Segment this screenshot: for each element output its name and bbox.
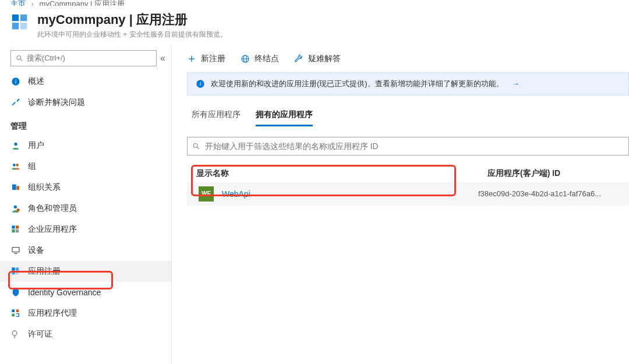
globe-icon bbox=[241, 54, 250, 63]
column-client-id[interactable]: 应用程序(客户端) ID bbox=[487, 168, 629, 179]
nav-label: 应用程序代理 bbox=[28, 308, 77, 319]
svg-rect-27 bbox=[12, 313, 15, 316]
breadcrumb-current: myCommpany | 应用注册 bbox=[40, 0, 125, 6]
nav-overview[interactable]: i 概述 bbox=[0, 71, 171, 92]
diagnose-icon bbox=[10, 97, 21, 108]
nav-org-relationships[interactable]: 组织关系 bbox=[0, 177, 171, 198]
nav-licenses[interactable]: 许可证 bbox=[0, 324, 171, 345]
cell-client-id: f38ec09d-203e-4b2d-a1c1-faf76a6... bbox=[478, 189, 629, 198]
nav-label: 许可证 bbox=[28, 329, 52, 340]
nav-app-proxy[interactable]: 应用程序代理 bbox=[0, 303, 171, 324]
toolbar-label: 终结点 bbox=[255, 54, 279, 64]
nav-enterprise-apps[interactable]: 企业应用程序 bbox=[0, 219, 171, 240]
svg-rect-18 bbox=[16, 229, 19, 232]
enterprise-apps-icon bbox=[10, 224, 21, 235]
column-display-name[interactable]: 显示名称 bbox=[196, 168, 487, 179]
svg-line-37 bbox=[197, 147, 199, 149]
svg-point-8 bbox=[14, 142, 17, 145]
nav-roles-admins[interactable]: 角色和管理员 bbox=[0, 198, 171, 219]
svg-text:i: i bbox=[200, 81, 202, 87]
svg-rect-22 bbox=[16, 267, 19, 270]
content-pane: 新注册 终结点 疑难解答 i 欢迎使用新的和改进的应用注册(现已正式提供)。查看… bbox=[172, 45, 629, 364]
svg-rect-2 bbox=[12, 23, 19, 29]
toolbar: 新注册 终结点 疑难解答 bbox=[187, 54, 629, 72]
page-header: myCommpany | 应用注册 此环境中可用的企业移动性 + 安全性服务目前… bbox=[0, 6, 629, 45]
nav-label: Identity Governance bbox=[28, 288, 101, 297]
svg-rect-26 bbox=[16, 309, 19, 312]
banner-text: 欢迎使用新的和改进的应用注册(现已正式提供)。查看新增功能并详细了解更新的功能。 bbox=[211, 79, 504, 89]
toolbar-label: 新注册 bbox=[201, 54, 225, 64]
nav-app-registrations[interactable]: 应用注册 bbox=[0, 261, 171, 282]
app-proxy-icon bbox=[10, 308, 21, 319]
nav-devices[interactable]: 设备 bbox=[0, 240, 171, 261]
svg-point-9 bbox=[13, 164, 16, 167]
svg-point-13 bbox=[14, 205, 17, 208]
nav-label: 应用注册 bbox=[28, 266, 61, 277]
column-headers: 显示名称 应用程序(客户端) ID bbox=[187, 168, 629, 179]
tab-all-apps[interactable]: 所有应用程序 bbox=[192, 105, 241, 126]
svg-rect-25 bbox=[12, 309, 15, 312]
troubleshoot-button[interactable]: 疑难解答 bbox=[294, 54, 341, 64]
search-icon bbox=[16, 54, 23, 62]
app-name-link[interactable]: WebApi bbox=[222, 189, 250, 199]
chevron-right-icon: › bbox=[31, 0, 34, 6]
nav-label: 诊断并解决问题 bbox=[28, 97, 85, 108]
nav-diagnose[interactable]: 诊断并解决问题 bbox=[0, 92, 171, 113]
svg-point-36 bbox=[193, 143, 197, 147]
sidebar-search[interactable] bbox=[10, 50, 157, 66]
svg-text:i: i bbox=[15, 79, 17, 84]
page-subtitle: 此环境中可用的企业移动性 + 安全性服务目前提供有限预览。 bbox=[37, 30, 227, 40]
cell-display-name: WE WebApi bbox=[187, 186, 478, 202]
nav-label: 组 bbox=[28, 161, 36, 172]
devices-icon bbox=[10, 245, 21, 256]
breadcrumb-root[interactable]: 主页 bbox=[10, 0, 26, 6]
new-registration-button[interactable]: 新注册 bbox=[187, 54, 225, 64]
svg-point-10 bbox=[16, 164, 19, 167]
info-icon: i bbox=[196, 79, 205, 89]
filter-input[interactable] bbox=[205, 142, 624, 151]
svg-rect-11 bbox=[12, 184, 16, 189]
idgov-icon bbox=[10, 287, 21, 298]
sidebar-search-input[interactable] bbox=[27, 54, 151, 62]
breadcrumb: 主页 › myCommpany | 应用注册 bbox=[0, 0, 629, 6]
tabs: 所有应用程序 拥有的应用程序 bbox=[187, 105, 629, 126]
search-icon bbox=[192, 142, 200, 150]
svg-rect-17 bbox=[12, 229, 15, 232]
user-icon bbox=[10, 140, 21, 151]
app-avatar: WE bbox=[199, 186, 214, 202]
plus-icon bbox=[187, 54, 196, 63]
endpoints-button[interactable]: 终结点 bbox=[241, 54, 279, 64]
svg-point-14 bbox=[16, 208, 19, 211]
svg-rect-16 bbox=[16, 225, 19, 228]
toolbar-label: 疑难解答 bbox=[308, 54, 341, 64]
svg-rect-12 bbox=[16, 186, 19, 190]
nav-label: 组织关系 bbox=[28, 182, 61, 193]
tab-owned-apps[interactable]: 拥有的应用程序 bbox=[256, 105, 313, 126]
nav-groups[interactable]: 组 bbox=[0, 156, 171, 177]
collapse-sidebar-icon[interactable]: « bbox=[160, 53, 165, 63]
nav-identity-governance[interactable]: Identity Governance bbox=[0, 282, 171, 303]
info-banner: i 欢迎使用新的和改进的应用注册(现已正式提供)。查看新增功能并详细了解更新的功… bbox=[187, 72, 629, 96]
table-row[interactable]: WE WebApi f38ec09d-203e-4b2d-a1c1-faf76a… bbox=[187, 182, 629, 206]
svg-point-4 bbox=[17, 55, 20, 59]
svg-rect-21 bbox=[12, 267, 15, 270]
nav-label: 设备 bbox=[28, 245, 44, 256]
svg-point-28 bbox=[12, 331, 17, 335]
info-icon: i bbox=[10, 76, 21, 87]
banner-learn-more-arrow[interactable]: → bbox=[512, 79, 520, 88]
svg-rect-3 bbox=[20, 23, 27, 29]
svg-rect-24 bbox=[16, 271, 19, 274]
nav-users[interactable]: 用户 bbox=[0, 135, 171, 156]
svg-rect-1 bbox=[20, 15, 27, 21]
nav-label: 概述 bbox=[28, 76, 44, 87]
svg-rect-15 bbox=[12, 225, 15, 228]
orgrel-icon bbox=[10, 182, 21, 193]
nav-group-manage: 管理 bbox=[0, 113, 171, 135]
svg-line-5 bbox=[20, 59, 22, 61]
filter-box[interactable] bbox=[187, 137, 629, 156]
svg-rect-0 bbox=[12, 15, 19, 21]
roles-icon bbox=[10, 203, 21, 214]
app-registrations-small-icon bbox=[10, 266, 21, 277]
svg-rect-23 bbox=[12, 271, 15, 274]
groups-icon bbox=[10, 161, 21, 172]
